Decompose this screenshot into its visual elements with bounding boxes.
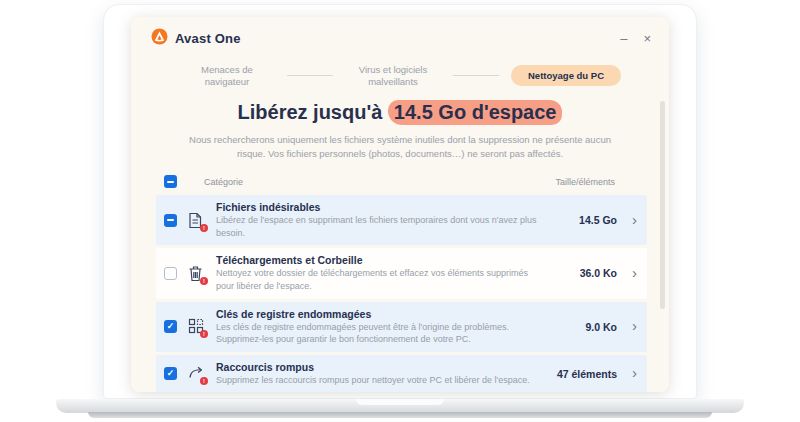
row-checkbox[interactable] xyxy=(164,267,177,280)
row-size-value: 14.5 Go xyxy=(549,214,617,226)
alert-badge: ! xyxy=(200,224,208,232)
progress-stepper: Menaces de navigateur Virus et logiciels… xyxy=(131,64,669,88)
row-size-value: 47 éléments xyxy=(549,368,617,380)
alert-badge: ! xyxy=(200,377,208,385)
row-title: Clés de registre endommagées xyxy=(216,308,538,320)
titlebar: Avast One – × xyxy=(131,17,669,49)
page-title-prefix: Libérez jusqu'à xyxy=(238,101,388,123)
table-row-broken-shortcuts[interactable]: ! Raccourcis rompus Supprimez les raccou… xyxy=(156,355,647,392)
row-description: Les clés de registre endommagées peuvent… xyxy=(216,321,538,346)
row-description: Libérez de l'espace en supprimant les fi… xyxy=(216,214,538,239)
registry-icon: ! xyxy=(188,318,205,335)
row-checkbox[interactable] xyxy=(164,367,177,380)
laptop-screen: Avast One – × Menaces de navigateur Viru… xyxy=(103,4,697,399)
close-icon[interactable]: × xyxy=(643,32,651,45)
row-text: Téléchargements et Corbeille Nettoyez vo… xyxy=(216,254,538,292)
row-description: Nettoyez votre dossier de téléchargement… xyxy=(216,267,538,292)
chevron-right-icon[interactable]: › xyxy=(628,318,639,335)
row-checkbox[interactable] xyxy=(164,320,177,333)
step-pc-cleanup-active: Nettoyage du PC xyxy=(511,65,621,86)
row-title: Fichiers indésirables xyxy=(216,201,538,213)
row-title: Téléchargements et Corbeille xyxy=(216,254,538,266)
page-subtitle: Nous rechercherons uniquement les fichie… xyxy=(177,133,623,162)
row-description: Supprimez les raccourcis rompus pour net… xyxy=(216,374,538,387)
avast-logo-icon xyxy=(151,28,168,49)
size-column-header: Taille/éléments xyxy=(555,177,615,187)
step-viruses-malware: Virus et logiciels malveillants xyxy=(345,64,441,88)
step-connector xyxy=(453,75,499,76)
category-column-header: Catégorie xyxy=(204,177,243,187)
alert-badge: ! xyxy=(200,277,208,285)
table-header: Catégorie Taille/éléments xyxy=(156,175,647,195)
broken-shortcut-icon: ! xyxy=(188,365,205,382)
chevron-right-icon[interactable]: › xyxy=(628,365,639,382)
laptop-base-edge xyxy=(88,412,712,418)
row-text: Raccourcis rompus Supprimez les raccourc… xyxy=(216,361,538,387)
select-all-checkbox[interactable] xyxy=(164,175,177,188)
row-size-value: 9.0 Ko xyxy=(549,321,617,333)
brand: Avast One xyxy=(151,28,241,49)
alert-badge: ! xyxy=(200,330,208,338)
page: Avast One – × Menaces de navigateur Viru… xyxy=(0,0,800,422)
row-size-value: 36.0 Ko xyxy=(549,267,617,279)
step-connector xyxy=(287,75,333,76)
row-text: Clés de registre endommagées Les clés de… xyxy=(216,308,538,346)
row-title: Raccourcis rompus xyxy=(216,361,538,373)
cleanup-table: Catégorie Taille/éléments ! xyxy=(156,175,647,392)
laptop-base xyxy=(56,399,744,413)
table-row-registry-keys[interactable]: ! Clés de registre endommagées Les clés … xyxy=(156,302,647,352)
avast-one-window: Avast One – × Menaces de navigateur Viru… xyxy=(131,17,669,392)
page-title: Libérez jusqu'à 14.5 Go d'espace xyxy=(131,101,669,124)
minimize-icon[interactable]: – xyxy=(620,32,627,45)
junk-files-icon: ! xyxy=(188,212,205,229)
row-checkbox[interactable] xyxy=(164,214,177,227)
table-row-downloads-trash[interactable]: ! Téléchargements et Corbeille Nettoyez … xyxy=(156,248,647,298)
trash-icon: ! xyxy=(188,265,205,282)
app-title: Avast One xyxy=(175,31,241,46)
chevron-right-icon[interactable]: › xyxy=(628,265,639,282)
step-browser-threats: Menaces de navigateur xyxy=(179,64,275,88)
page-title-highlight: 14.5 Go d'espace xyxy=(388,100,563,125)
laptop-base-notch xyxy=(356,399,444,405)
window-controls: – × xyxy=(620,32,651,45)
scrollbar-thumb[interactable] xyxy=(660,101,665,309)
row-text: Fichiers indésirables Libérez de l'espac… xyxy=(216,201,538,239)
table-row-junk-files[interactable]: ! Fichiers indésirables Libérez de l'esp… xyxy=(156,195,647,245)
chevron-right-icon[interactable]: › xyxy=(628,212,639,229)
